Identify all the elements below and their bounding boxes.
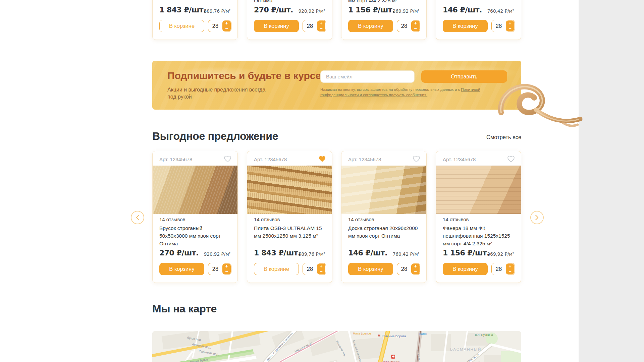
product-card[interactable]: Доска строганая 20х96х2000мм хвоя сорт О…	[436, 0, 521, 40]
add-to-cart-button[interactable]: В корзину	[254, 20, 299, 32]
plus-icon[interactable]: +	[506, 20, 514, 26]
minus-icon[interactable]: −	[411, 269, 420, 275]
subscribe-title: Подпишитесь и будьте в курсе	[167, 70, 321, 81]
quantity-stepper[interactable]: 28 + −	[491, 20, 515, 32]
add-to-cart-button[interactable]: В корзину	[159, 263, 204, 275]
plus-icon[interactable]: +	[317, 20, 325, 26]
map-poi-label: Мята Lounge	[353, 332, 371, 335]
product-article: Арт. 12345678	[254, 157, 287, 162]
minus-icon[interactable]: −	[317, 269, 325, 275]
minus-icon[interactable]: −	[222, 26, 231, 32]
plus-icon[interactable]: +	[222, 263, 231, 269]
email-input[interactable]	[320, 70, 415, 83]
product-price: 1 156 ₽/шт.	[443, 249, 489, 257]
product-price: 1 843 ₽/шт.	[159, 6, 206, 14]
minus-icon[interactable]: −	[506, 26, 514, 32]
subscribe-subtitle: Акции и выгодные предложения всегда под …	[167, 86, 268, 100]
chevron-right-icon	[535, 215, 539, 221]
add-to-cart-button[interactable]: В корзину	[348, 263, 393, 275]
quantity-value[interactable]: 28	[208, 263, 222, 275]
product-card[interactable]: Фанера 18 мм ФКнешлифованная 1525х1525мм…	[341, 0, 427, 40]
product-card[interactable]: Плита OSB-3 ULTRALAM 15мм 2500х1250 мм 3…	[152, 0, 238, 40]
product-price: 1 156 ₽/шт.	[348, 6, 395, 14]
quantity-stepper[interactable]: 28 + −	[397, 263, 420, 275]
product-unit-price: 760,42 ₽/м²	[487, 8, 514, 14]
product-name: Брусок строганый50х50х3000 мм хвоя сортО…	[254, 0, 325, 4]
product-image[interactable]	[436, 166, 521, 214]
product-image[interactable]	[341, 166, 426, 214]
plus-icon[interactable]: +	[411, 20, 420, 26]
minus-icon[interactable]: −	[317, 26, 325, 32]
map-district-label: БАСМАННЫЙ	[450, 347, 481, 351]
product-card[interactable]: Брусок строганый50х50х3000 мм хвоя сортО…	[247, 0, 332, 40]
product-unit-price: 760,42 ₽/м²	[393, 251, 420, 257]
product-card[interactable]: Арт. 12345678 14 отзывов Фанера 18 мм ФК…	[436, 151, 521, 283]
map-poi-label: Каток	[419, 332, 427, 336]
plus-icon[interactable]: +	[506, 263, 514, 269]
plus-icon[interactable]: +	[317, 263, 325, 269]
product-card[interactable]: Арт. 12345678 14 отзывов Доска строганая…	[341, 151, 427, 283]
product-image[interactable]	[153, 166, 237, 214]
product-unit-price: 369,92 ₽/м²	[487, 251, 514, 257]
product-name[interactable]: Брусок строганый50х50х3000 мм хвоя сортО…	[159, 224, 230, 247]
metro-icon: М	[378, 334, 380, 338]
plus-icon[interactable]: +	[411, 263, 420, 269]
desktop-background	[579, 0, 644, 362]
quantity-stepper[interactable]: 28 + −	[303, 263, 326, 275]
subscribe-banner: Подпишитесь и будьте в курсе Акции и выг…	[152, 61, 521, 110]
map[interactable]: Луков пер. Ащеулов пер. Рыбников пер. Ср…	[152, 331, 521, 362]
product-card[interactable]: Арт. 12345678 14 отзывов Брусок строганы…	[152, 151, 238, 283]
minus-icon[interactable]: −	[222, 269, 231, 275]
product-reviews[interactable]: 14 отзывов	[348, 217, 374, 222]
heart-icon[interactable]	[413, 156, 420, 163]
subscribe-submit-button[interactable]: Отправить	[421, 70, 507, 83]
quantity-value[interactable]: 28	[397, 20, 411, 32]
see-all-link[interactable]: Смотреть все	[486, 134, 521, 140]
heart-icon-active[interactable]	[318, 156, 326, 163]
heart-icon[interactable]	[224, 156, 231, 163]
quantity-value[interactable]: 28	[208, 20, 222, 32]
quantity-value[interactable]: 28	[492, 263, 506, 275]
stepper-buttons: + −	[317, 263, 325, 275]
quantity-stepper[interactable]: 28 + −	[397, 20, 420, 32]
product-card[interactable]: Арт. 12345678 14 отзывов Плита OSB-3 ULT…	[247, 151, 332, 283]
product-reviews[interactable]: 14 отзывов	[159, 217, 185, 222]
quantity-stepper[interactable]: 28 + −	[208, 20, 231, 32]
in-cart-button[interactable]: В корзине	[254, 263, 299, 275]
quantity-stepper[interactable]: 28 + −	[303, 20, 326, 32]
product-name[interactable]: Фанера 18 мм ФКнешлифованная 1525х1525мм…	[443, 224, 514, 247]
subscribe-disclaimer: Нажимая на кнопку, вы соглашаетесь на об…	[320, 87, 503, 98]
chevron-left-icon	[136, 215, 140, 221]
quantity-stepper[interactable]: 28 + −	[208, 263, 231, 275]
product-name[interactable]: Доска строганая 20х96х2000мм хвоя сорт О…	[348, 224, 419, 240]
stepper-buttons: + −	[222, 20, 231, 32]
carousel-next-button[interactable]	[530, 211, 544, 224]
quantity-value[interactable]: 28	[397, 263, 411, 275]
map-poi-label: В.Л. Пушкина	[475, 333, 493, 337]
quantity-value[interactable]: 28	[303, 263, 317, 275]
stepper-buttons: + −	[506, 20, 514, 32]
stepper-buttons: + −	[317, 20, 325, 32]
plus-icon[interactable]: +	[222, 20, 231, 26]
stepper-buttons: + −	[411, 263, 420, 275]
product-unit-price: 920,92 ₽/м²	[204, 251, 231, 257]
add-to-cart-button[interactable]: В корзину	[443, 263, 488, 275]
add-to-cart-button[interactable]: В корзину	[443, 20, 488, 32]
heart-icon[interactable]	[507, 156, 515, 163]
product-article: Арт. 12345678	[443, 157, 476, 162]
quantity-value[interactable]: 28	[492, 20, 506, 32]
product-reviews[interactable]: 14 отзывов	[254, 217, 280, 222]
add-to-cart-button[interactable]: В корзину	[348, 20, 393, 32]
carousel-prev-button[interactable]	[131, 211, 144, 224]
product-name[interactable]: Плита OSB-3 ULTRALAM 15мм 2500х1250 мм 3…	[254, 224, 325, 240]
product-reviews[interactable]: 14 отзывов	[443, 217, 469, 222]
in-cart-button[interactable]: В корзине	[159, 20, 204, 32]
product-price: 1 843 ₽/шт.	[254, 249, 301, 257]
quantity-value[interactable]: 28	[303, 20, 317, 32]
minus-icon[interactable]: −	[506, 269, 514, 275]
map-title: Мы на карте	[152, 303, 217, 315]
quantity-stepper[interactable]: 28 + −	[491, 263, 515, 275]
product-image[interactable]	[247, 166, 332, 214]
minus-icon[interactable]: −	[411, 26, 420, 32]
map-poi-label: НИИ глазных	[383, 360, 399, 362]
